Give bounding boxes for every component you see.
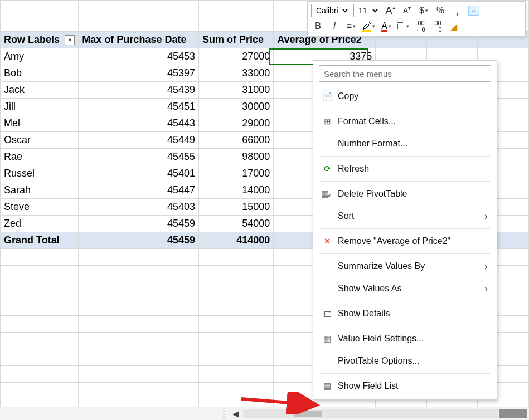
menu-sort[interactable]: Sort › bbox=[313, 205, 497, 227]
row-labels-filter-button[interactable]: ▾ bbox=[65, 35, 75, 45]
sheet-tab-menu-icon[interactable]: ⋮ bbox=[217, 409, 230, 419]
blank-cell[interactable] bbox=[79, 333, 199, 349]
cell-sum-price[interactable]: 27000 bbox=[198, 48, 273, 65]
italic-button[interactable]: I bbox=[328, 19, 341, 33]
cell-sum-price[interactable]: 15000 bbox=[198, 199, 273, 216]
cell-sum-price[interactable]: 30000 bbox=[198, 99, 273, 115]
cell-max-date[interactable]: 45449 bbox=[79, 132, 199, 149]
menu-value-field-settings[interactable]: ▦ Value Field Settings... bbox=[313, 328, 497, 350]
cell-max-date[interactable]: 45439 bbox=[79, 82, 199, 99]
blank-cell[interactable] bbox=[198, 333, 273, 349]
menu-copy[interactable]: 📄 Copy bbox=[313, 85, 497, 108]
blank-cell[interactable] bbox=[79, 249, 199, 266]
blank-cell[interactable] bbox=[198, 316, 273, 333]
blank-cell[interactable] bbox=[198, 299, 273, 316]
menu-number-format[interactable]: Number Format... bbox=[313, 133, 497, 155]
blank-cell[interactable] bbox=[79, 316, 199, 333]
menu-pivottable-options[interactable]: PivotTable Options... bbox=[313, 350, 497, 372]
cell-sum-price[interactable]: 14000 bbox=[198, 182, 273, 199]
increase-font-button[interactable]: A▴ bbox=[384, 4, 397, 17]
format-painter-button[interactable]: ◢ bbox=[447, 19, 460, 33]
blank-cell[interactable] bbox=[79, 266, 199, 282]
menu-delete-pivottable[interactable]: ▦✕ Delete PivotTable bbox=[313, 183, 497, 205]
cell-max-date[interactable]: 45453 bbox=[79, 48, 199, 65]
header-sum-price[interactable]: Sum of Price bbox=[198, 32, 273, 48]
blank-cell[interactable] bbox=[1, 383, 79, 399]
grand-total-max-date[interactable]: 45459 bbox=[79, 232, 199, 249]
cell-sum-price[interactable]: 17000 bbox=[198, 165, 273, 182]
menu-summarize-values-by[interactable]: Summarize Values By › bbox=[313, 255, 497, 277]
cell-sum-price[interactable]: 54000 bbox=[198, 216, 273, 232]
blank-cell[interactable] bbox=[198, 282, 273, 299]
menu-show-values-as[interactable]: Show Values As › bbox=[313, 277, 497, 300]
blank-cell[interactable] bbox=[1, 349, 79, 366]
cell-sum-price[interactable]: 98000 bbox=[198, 149, 273, 165]
bold-button[interactable]: B bbox=[311, 19, 324, 33]
blank-cell[interactable] bbox=[1, 1, 79, 32]
blank-cell[interactable] bbox=[79, 282, 199, 299]
blank-cell[interactable] bbox=[1, 282, 79, 299]
blank-cell[interactable] bbox=[198, 249, 273, 266]
decrease-font-button[interactable]: A▾ bbox=[400, 4, 414, 17]
menu-refresh[interactable]: ⟳ Refresh bbox=[313, 158, 497, 180]
cell-label[interactable]: Steve bbox=[1, 199, 79, 216]
blank-cell[interactable] bbox=[79, 366, 199, 383]
cell-label[interactable]: Jack bbox=[1, 82, 79, 99]
blank-cell[interactable] bbox=[79, 1, 199, 32]
cell-label[interactable]: Bob bbox=[1, 65, 79, 82]
font-color-button[interactable]: A bbox=[380, 19, 393, 33]
cell-sum-price[interactable]: 33000 bbox=[198, 65, 273, 82]
menu-show-field-list[interactable]: ▤ Show Field List bbox=[313, 375, 497, 397]
cell-max-date[interactable]: 45455 bbox=[79, 149, 199, 165]
cell-max-date[interactable]: 45451 bbox=[79, 99, 199, 115]
highlight-color-button[interactable]: 🖉 bbox=[361, 19, 376, 33]
blank-cell[interactable] bbox=[1, 333, 79, 349]
blank-cell[interactable] bbox=[1, 299, 79, 316]
blank-cell[interactable] bbox=[1, 366, 79, 383]
cell-max-date[interactable]: 45459 bbox=[79, 216, 199, 232]
grand-total-sum-price[interactable]: 414000 bbox=[198, 232, 273, 249]
cell-max-date[interactable]: 45447 bbox=[79, 182, 199, 199]
blank-cell[interactable] bbox=[79, 349, 199, 366]
currency-format-button[interactable]: $ bbox=[417, 4, 430, 17]
scrollbar-thumb[interactable] bbox=[294, 411, 322, 417]
menu-search-input[interactable] bbox=[319, 65, 491, 82]
blank-cell[interactable] bbox=[1, 316, 79, 333]
cell-max-date[interactable]: 45401 bbox=[79, 165, 199, 182]
blank-cell[interactable] bbox=[79, 299, 199, 316]
cell-label[interactable]: Sarah bbox=[1, 182, 79, 199]
blank-cell[interactable] bbox=[79, 383, 199, 399]
comma-format-button[interactable]: , bbox=[450, 4, 464, 17]
menu-format-cells[interactable]: ⊞ Format Cells... bbox=[313, 110, 497, 133]
cell-max-date[interactable]: 45397 bbox=[79, 65, 199, 82]
borders-button[interactable] bbox=[396, 19, 410, 33]
cell-label[interactable]: Amy bbox=[1, 48, 79, 65]
autofit-button[interactable]: ↔ bbox=[467, 4, 481, 17]
cell-max-date[interactable]: 45443 bbox=[79, 115, 199, 132]
percent-format-button[interactable]: % bbox=[434, 4, 447, 17]
cell-label[interactable]: Mel bbox=[1, 115, 79, 132]
cell-sum-price[interactable]: 31000 bbox=[198, 82, 273, 99]
cell-label[interactable]: Zed bbox=[1, 216, 79, 232]
cell-max-date[interactable]: 45403 bbox=[79, 199, 199, 216]
cell-label[interactable]: Rae bbox=[1, 149, 79, 165]
decrease-decimal-button[interactable]: .00→0 bbox=[430, 19, 444, 33]
blank-cell[interactable] bbox=[198, 1, 273, 32]
blank-cell[interactable] bbox=[198, 349, 273, 366]
font-size-select[interactable]: 11 bbox=[353, 4, 380, 17]
blank-cell[interactable] bbox=[198, 266, 273, 282]
header-row-labels[interactable]: Row Labels ▾ bbox=[1, 32, 79, 48]
scroll-left-arrow[interactable]: ◀ bbox=[230, 408, 242, 419]
cell-sum-price[interactable]: 29000 bbox=[198, 115, 273, 132]
grand-total-label[interactable]: Grand Total bbox=[1, 232, 79, 249]
cell-label[interactable]: Russel bbox=[1, 165, 79, 182]
blank-cell[interactable] bbox=[1, 249, 79, 266]
cell-label[interactable]: Oscar bbox=[1, 132, 79, 149]
increase-decimal-button[interactable]: .00←0 bbox=[414, 19, 427, 33]
blank-cell[interactable] bbox=[1, 266, 79, 282]
blank-cell[interactable] bbox=[198, 383, 273, 399]
blank-cell[interactable] bbox=[198, 366, 273, 383]
menu-show-details[interactable]: 🗠 Show Details bbox=[313, 302, 497, 325]
menu-remove-field[interactable]: ✕ Remove "Average of Price2" bbox=[313, 230, 497, 252]
scrollbar-track[interactable] bbox=[243, 409, 498, 418]
